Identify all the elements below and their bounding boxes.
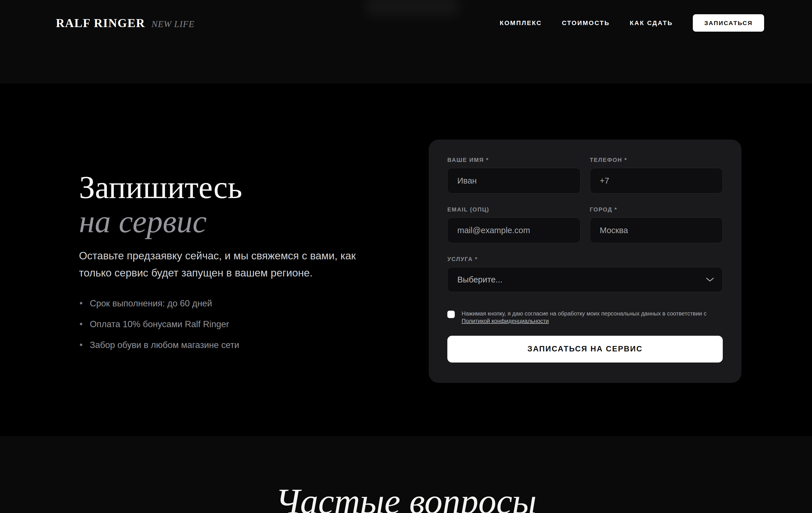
faq-section: Частые вопросы [0,436,812,513]
nav-item-cost[interactable]: СТОИМОСТЬ [562,19,610,27]
header-signup-button[interactable]: ЗАПИСАТЬСЯ [693,14,764,32]
city-field-group: ГОРОД * [590,206,723,243]
consent-text: Нажимая кнопку, я даю согласие на обрабо… [462,310,723,325]
name-field-group: ВАШЕ ИМЯ * [447,156,580,193]
list-item: • Оплата 10% бонусами Ralf Ringer [79,319,390,330]
nav-item-how-to-submit[interactable]: КАК СДАТЬ [630,19,673,27]
page-title: Запишитесь на сервис [79,171,390,239]
brand-logo[interactable]: RALF RINGER NEW LIFE [56,16,195,30]
page-title-line2: на сервис [79,205,390,239]
consent-row: Нажимая кнопку, я даю согласие на обрабо… [447,310,723,325]
consent-text-before: Нажимая кнопку, я даю согласие на обрабо… [462,310,706,316]
phone-field-group: ТЕЛЕФОН * [590,156,723,193]
faq-section-title: Частые вопросы [0,481,812,513]
header-glow-decoration [365,0,459,16]
hero-description: Оставьте предзаявку сейчас, и мы свяжемс… [79,247,376,282]
consent-checkbox[interactable] [447,311,455,318]
name-field[interactable] [447,168,580,193]
nav-item-complex[interactable]: КОМПЛЕКС [500,19,542,27]
site-header: RALF RINGER NEW LIFE КОМПЛЕКС СТОИМОСТЬ … [0,0,812,46]
list-item: • Срок выполнения: до 60 дней [79,298,390,309]
city-field-label: ГОРОД * [590,206,723,213]
bullet-icon: • [80,339,83,350]
service-select-value: Выберите... [457,275,502,284]
phone-field[interactable] [590,168,723,193]
email-field[interactable] [447,217,580,243]
list-item-text: Срок выполнения: до 60 дней [90,298,212,308]
chevron-down-icon [706,277,714,282]
brand-subtitle: NEW LIFE [151,19,195,29]
form-grid: ВАШЕ ИМЯ * ТЕЛЕФОН * EMAIL (ОПЦ) ГОРОД * [447,156,723,255]
brand-name: RALF RINGER [56,16,145,30]
main-nav: КОМПЛЕКС СТОИМОСТЬ КАК СДАТЬ ЗАПИСАТЬСЯ [500,0,764,46]
service-field-label: УСЛУГА * [447,255,723,263]
list-item: • Забор обуви в любом магазине сети [79,340,390,351]
bullet-icon: • [80,298,83,309]
hero-content: Запишитесь на сервис Оставьте предзаявку… [79,171,390,361]
page-title-line1: Запишитесь [79,170,242,205]
signup-form-card: ВАШЕ ИМЯ * ТЕЛЕФОН * EMAIL (ОПЦ) ГОРОД *… [429,140,741,383]
service-select[interactable]: Выберите... [447,267,723,292]
benefits-list: • Срок выполнения: до 60 дней • Оплата 1… [79,298,390,351]
privacy-policy-link[interactable]: Политикой конфиденциальности [462,318,549,324]
phone-field-label: ТЕЛЕФОН * [590,156,723,163]
city-field[interactable] [590,217,723,243]
name-field-label: ВАШЕ ИМЯ * [447,156,580,163]
list-item-text: Забор обуви в любом магазине сети [90,340,239,350]
submit-signup-button[interactable]: ЗАПИСАТЬСЯ НА СЕРВИС [447,336,723,363]
email-field-label: EMAIL (ОПЦ) [447,206,580,213]
email-field-group: EMAIL (ОПЦ) [447,206,580,243]
bullet-icon: • [80,319,83,329]
service-field-group: УСЛУГА * Выберите... [447,255,723,292]
list-item-text: Оплата 10% бонусами Ralf Ringer [90,319,229,329]
